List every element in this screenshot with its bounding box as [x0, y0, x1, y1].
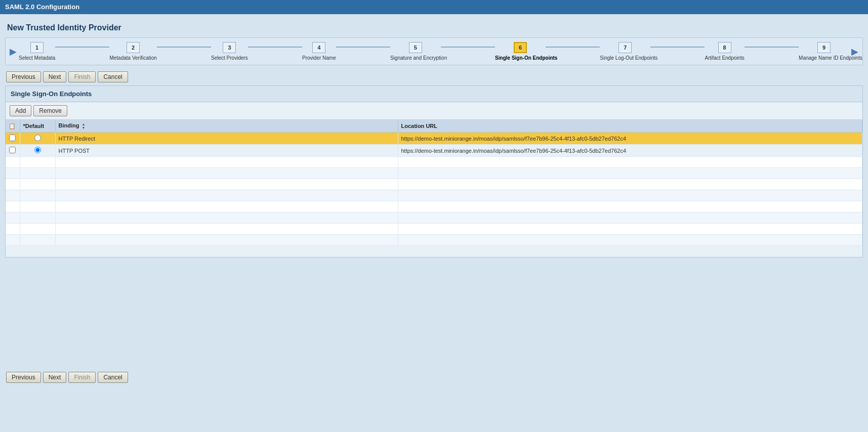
empty-cell	[55, 224, 398, 235]
empty-cell	[6, 201, 20, 212]
row-binding-cell: HTTP Redirect	[55, 133, 398, 145]
row-url-cell: https://demo-test.miniorange.in/moas/idp…	[398, 145, 862, 157]
wizard-step-6: 6Single Sign-On Endpoints	[495, 42, 546, 61]
empty-cell	[6, 190, 20, 201]
row-default-cell[interactable]	[20, 133, 55, 145]
step-number-1: 1	[30, 42, 44, 53]
empty-cell	[398, 201, 862, 212]
step-label-4: Provider Name	[302, 55, 336, 61]
step-label-7: Single Log-Out Endpoints	[600, 55, 650, 61]
col-header-location: Location URL	[398, 120, 862, 133]
step-label-1: Select Metadata	[19, 55, 55, 61]
bottom-nav-buttons: Previous Next Finish Cancel	[5, 369, 863, 386]
wizard-step-3: 3Select Providers	[211, 42, 248, 61]
page-title: New Trusted Identity Provider	[5, 19, 863, 37]
main-container: New Trusted Identity Provider ▶ 1Select …	[0, 14, 868, 391]
bottom-spacer	[5, 257, 863, 369]
step-number-7: 7	[618, 42, 632, 53]
row-radio[interactable]	[34, 147, 41, 153]
step-number-8: 8	[718, 42, 731, 53]
empty-cell	[20, 212, 55, 224]
title-bar-label: SAML 2.0 Configuration	[5, 3, 79, 11]
table-empty-row	[6, 168, 862, 179]
step-label-2: Metadata Verification	[109, 55, 156, 61]
step-number-9: 9	[817, 42, 831, 53]
step-number-3: 3	[223, 42, 236, 53]
empty-cell	[6, 212, 20, 224]
empty-cell	[398, 190, 862, 201]
col-header-default: *Default	[20, 120, 55, 133]
remove-button[interactable]: Remove	[33, 105, 67, 116]
step-connector-6	[650, 47, 705, 48]
empty-cell	[20, 168, 55, 179]
empty-cell	[398, 235, 862, 246]
empty-cell	[398, 224, 862, 235]
row-binding-cell: HTTP POST	[55, 145, 398, 157]
col-header-binding: Binding ▲▼	[55, 120, 398, 133]
wizard-step-5: 5Signature and Encryption	[390, 42, 441, 61]
wizard-step-1: 1Select Metadata	[19, 42, 55, 61]
step-label-8: Artifact Endpoints	[705, 55, 744, 61]
row-checkbox[interactable]	[9, 135, 16, 141]
row-checkbox-cell[interactable]	[6, 145, 20, 157]
wizard-step-2: 2Metadata Verification	[109, 42, 156, 61]
bottom-cancel-button[interactable]: Cancel	[98, 372, 128, 383]
table-row[interactable]: HTTP Redirecthttps://demo-test.miniorang…	[6, 133, 862, 145]
step-label-6: Single Sign-On Endpoints	[495, 55, 546, 61]
empty-cell	[20, 224, 55, 235]
empty-cell	[55, 179, 398, 190]
step-number-2: 2	[127, 42, 140, 53]
table-empty-row	[6, 201, 862, 212]
empty-cell	[20, 190, 55, 201]
wizard-steps: 1Select Metadata2Metadata Verification3S…	[19, 42, 849, 61]
empty-cell	[398, 168, 862, 179]
table-empty-row	[6, 224, 862, 235]
wizard-step-9: 9Manage Name ID Endpoints	[799, 42, 849, 61]
step-label-3: Select Providers	[211, 55, 248, 61]
empty-cell	[20, 235, 55, 246]
table-empty-row	[6, 179, 862, 190]
row-default-cell[interactable]	[20, 145, 55, 157]
step-connector-4	[441, 47, 495, 48]
step-connector-0	[55, 47, 109, 48]
empty-cell	[55, 190, 398, 201]
col-header-copy: 📋	[6, 120, 20, 133]
step-connector-3	[336, 47, 390, 48]
empty-cell	[55, 201, 398, 212]
table-empty-row	[6, 190, 862, 201]
step-number-6: 6	[514, 42, 527, 53]
bottom-previous-button[interactable]: Previous	[6, 372, 41, 383]
wizard-step-8: 8Artifact Endpoints	[705, 42, 744, 61]
step-connector-7	[745, 47, 799, 48]
empty-cell	[55, 235, 398, 246]
top-nav-buttons: Previous Next Finish Cancel	[5, 68, 863, 85]
step-label-5: Signature and Encryption	[390, 55, 441, 61]
empty-cell	[6, 157, 20, 168]
empty-cell	[20, 157, 55, 168]
wizard-step-4: 4Provider Name	[302, 42, 336, 61]
row-checkbox-cell[interactable]	[6, 133, 20, 145]
step-connector-5	[546, 47, 600, 48]
table-header-row: 📋 *Default Binding ▲▼ Location URL	[6, 120, 862, 133]
top-cancel-button[interactable]: Cancel	[98, 71, 128, 82]
bottom-finish-button[interactable]: Finish	[68, 372, 96, 383]
table-empty-row	[6, 157, 862, 168]
table-row[interactable]: HTTP POSThttps://demo-test.miniorange.in…	[6, 145, 862, 157]
row-radio[interactable]	[34, 135, 41, 141]
top-finish-button[interactable]: Finish	[68, 71, 96, 82]
step-label-9: Manage Name ID Endpoints	[799, 55, 849, 61]
empty-cell	[6, 235, 20, 246]
row-checkbox[interactable]	[9, 147, 16, 153]
empty-cell	[398, 179, 862, 190]
wizard-bar: ▶ 1Select Metadata2Metadata Verification…	[5, 37, 863, 65]
bottom-next-button[interactable]: Next	[43, 372, 67, 383]
wizard-left-arrow: ▶	[8, 46, 19, 57]
top-previous-button[interactable]: Previous	[6, 71, 41, 82]
step-connector-1	[157, 47, 211, 48]
top-next-button[interactable]: Next	[43, 71, 67, 82]
add-button[interactable]: Add	[10, 105, 31, 116]
empty-cell	[398, 157, 862, 168]
empty-cell	[55, 168, 398, 179]
step-number-4: 4	[312, 42, 325, 53]
sso-table: 📋 *Default Binding ▲▼ Location URL HTTP …	[6, 120, 862, 246]
